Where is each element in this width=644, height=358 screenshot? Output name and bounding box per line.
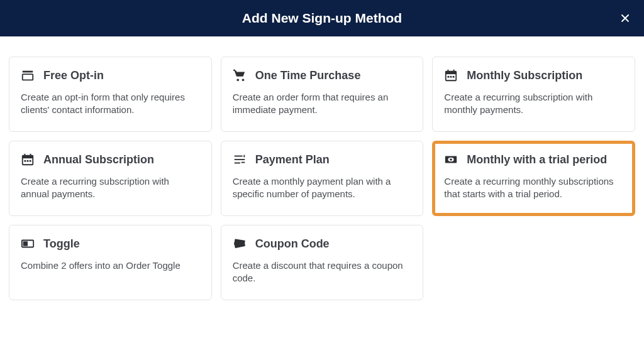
calendar-icon bbox=[444, 68, 458, 82]
card-header: Coupon Code bbox=[233, 237, 412, 251]
svg-rect-19 bbox=[234, 159, 245, 160]
method-grid: Free Opt-in Create an opt-in form that o… bbox=[9, 57, 635, 300]
card-annual-subscription[interactable]: Annual Subscription Create a recurring s… bbox=[9, 141, 212, 216]
modal-title: Add New Sign-up Method bbox=[242, 11, 402, 26]
svg-point-25 bbox=[450, 158, 452, 161]
toggle-icon bbox=[21, 237, 35, 251]
svg-rect-16 bbox=[27, 160, 29, 162]
calendar-icon bbox=[21, 153, 35, 166]
card-desc: Create an order form that requires an im… bbox=[233, 91, 412, 117]
svg-rect-6 bbox=[448, 70, 449, 73]
svg-rect-13 bbox=[25, 154, 26, 157]
card-header: Free Opt-in bbox=[21, 68, 200, 82]
card-title: Monthly Subscription bbox=[467, 69, 582, 82]
card-title: Annual Subscription bbox=[43, 153, 154, 166]
svg-rect-22 bbox=[241, 162, 245, 163]
card-header: Payment Plan bbox=[233, 153, 412, 166]
close-button[interactable] bbox=[620, 11, 630, 26]
card-header: Toggle bbox=[21, 237, 200, 251]
svg-rect-5 bbox=[446, 72, 457, 75]
svg-rect-18 bbox=[234, 156, 242, 157]
card-desc: Create a monthly payment plan with a spe… bbox=[233, 175, 412, 201]
svg-rect-7 bbox=[453, 70, 455, 73]
card-one-time-purchase[interactable]: One Time Purchase Create an order form t… bbox=[221, 57, 424, 132]
svg-rect-9 bbox=[450, 76, 452, 78]
card-desc: Create an opt-in form that only requires… bbox=[21, 91, 200, 117]
modal-content: Free Opt-in Create an opt-in form that o… bbox=[0, 36, 644, 320]
list-icon bbox=[233, 153, 247, 166]
modal-header: Add New Sign-up Method bbox=[0, 0, 644, 36]
svg-point-3 bbox=[242, 79, 244, 82]
card-desc: Create a recurring subscription with mon… bbox=[444, 91, 623, 117]
svg-rect-21 bbox=[243, 155, 245, 158]
card-free-opt-in[interactable]: Free Opt-in Create an opt-in form that o… bbox=[9, 57, 212, 132]
svg-rect-10 bbox=[453, 76, 455, 78]
card-payment-plan[interactable]: Payment Plan Create a monthly payment pl… bbox=[221, 141, 424, 216]
svg-rect-15 bbox=[25, 160, 26, 162]
svg-point-2 bbox=[236, 79, 239, 82]
svg-rect-0 bbox=[23, 71, 33, 73]
card-desc: Create a discount that requires a coupon… bbox=[233, 259, 412, 285]
cart-icon bbox=[233, 68, 247, 82]
svg-rect-27 bbox=[23, 241, 28, 246]
svg-rect-8 bbox=[448, 76, 450, 78]
card-header: Monthly with a trial period bbox=[444, 153, 623, 166]
card-desc: Create a recurring subscription with ann… bbox=[21, 175, 200, 201]
card-title: Payment Plan bbox=[255, 153, 330, 166]
eye-icon bbox=[444, 153, 458, 166]
card-toggle[interactable]: Toggle Combine 2 offers into an Order To… bbox=[9, 225, 212, 300]
card-title: Coupon Code bbox=[255, 237, 330, 251]
svg-rect-17 bbox=[30, 160, 31, 162]
svg-rect-1 bbox=[23, 74, 33, 80]
card-title: One Time Purchase bbox=[255, 69, 361, 82]
card-header: Annual Subscription bbox=[21, 153, 200, 166]
card-header: One Time Purchase bbox=[233, 68, 412, 82]
svg-rect-14 bbox=[30, 154, 31, 157]
card-header: Monthly Subscription bbox=[444, 68, 623, 82]
card-title: Toggle bbox=[43, 237, 80, 251]
card-desc: Combine 2 offers into an Order Toggle bbox=[21, 259, 200, 272]
card-monthly-subscription[interactable]: Monthly Subscription Create a recurring … bbox=[432, 57, 635, 132]
card-monthly-trial[interactable]: Monthly with a trial period Create a rec… bbox=[432, 141, 635, 216]
card-title: Monthly with a trial period bbox=[467, 153, 607, 166]
svg-rect-20 bbox=[234, 163, 240, 164]
card-coupon-code[interactable]: Coupon Code Create a discount that requi… bbox=[221, 225, 424, 300]
form-icon bbox=[21, 68, 35, 82]
coupon-icon bbox=[233, 237, 247, 251]
card-title: Free Opt-in bbox=[43, 69, 104, 82]
svg-rect-12 bbox=[23, 156, 33, 159]
card-desc: Create a recurring monthly subscriptions… bbox=[444, 175, 623, 201]
